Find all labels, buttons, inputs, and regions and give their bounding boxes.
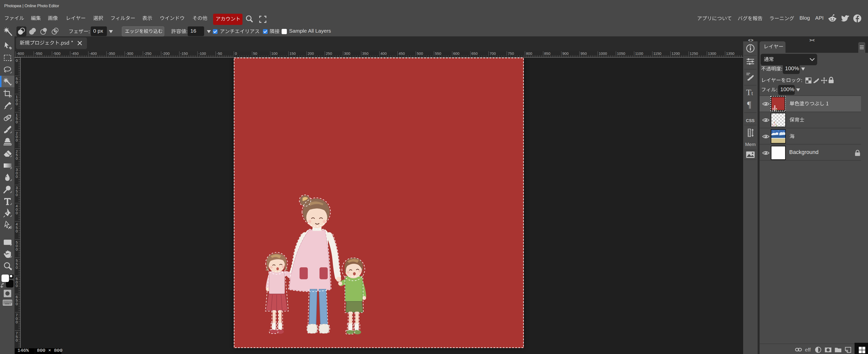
svg-text:0: 0 — [16, 102, 18, 106]
svg-text:t: t — [751, 90, 753, 96]
svg-text:0: 0 — [16, 174, 18, 179]
svg-text:850: 850 — [544, 51, 551, 56]
svg-text:0: 0 — [16, 302, 18, 306]
svg-text:0: 0 — [16, 229, 18, 233]
svg-text:-50: -50 — [217, 51, 222, 56]
svg-text:-400: -400 — [90, 51, 97, 56]
svg-text:-150: -150 — [180, 51, 188, 56]
svg-text:1250: 1250 — [690, 51, 698, 56]
svg-text:0: 0 — [16, 58, 18, 63]
svg-text:-450: -450 — [71, 51, 79, 56]
svg-text:1200: 1200 — [672, 51, 680, 56]
svg-text:800: 800 — [526, 51, 532, 56]
svg-text:0: 0 — [16, 138, 18, 142]
svg-text:600: 600 — [453, 51, 460, 56]
svg-text:¶: ¶ — [747, 100, 751, 109]
svg-text:1000: 1000 — [599, 51, 607, 56]
svg-text:100: 100 — [271, 51, 278, 56]
svg-text:1350: 1350 — [726, 51, 735, 56]
svg-text:750: 750 — [508, 51, 514, 56]
svg-text:700: 700 — [490, 51, 496, 56]
svg-text:0: 0 — [16, 338, 18, 342]
svg-text:-250: -250 — [144, 51, 152, 56]
svg-text:CSS: CSS — [746, 118, 754, 123]
svg-text:0: 0 — [16, 156, 18, 160]
svg-text:-200: -200 — [162, 51, 170, 56]
svg-text:0: 0 — [16, 193, 18, 197]
svg-text:900: 900 — [562, 51, 569, 56]
svg-text:-500: -500 — [53, 51, 61, 56]
svg-text:-300: -300 — [126, 51, 133, 56]
svg-text:T: T — [746, 88, 751, 97]
svg-text:50: 50 — [253, 51, 257, 56]
svg-text:1300: 1300 — [708, 51, 716, 56]
svg-text:500: 500 — [417, 51, 423, 56]
svg-text:250: 250 — [326, 51, 332, 56]
svg-text:650: 650 — [471, 51, 478, 56]
svg-text:0: 0 — [16, 284, 18, 288]
svg-text:1050: 1050 — [617, 51, 625, 56]
svg-text:0: 0 — [16, 320, 18, 324]
svg-text:-350: -350 — [108, 51, 115, 56]
svg-text:950: 950 — [581, 51, 587, 56]
svg-text:0: 0 — [235, 51, 237, 56]
svg-text:-600: -600 — [17, 51, 24, 56]
svg-text:350: 350 — [362, 51, 369, 56]
svg-text:-100: -100 — [198, 51, 206, 56]
svg-text:Mem: Mem — [745, 142, 755, 147]
svg-text:400: 400 — [380, 51, 387, 56]
svg-text:550: 550 — [435, 51, 441, 56]
svg-text:1100: 1100 — [635, 51, 643, 56]
svg-text:300: 300 — [344, 51, 350, 56]
svg-text:450: 450 — [399, 51, 405, 56]
svg-text:200: 200 — [308, 51, 314, 56]
svg-text:0: 0 — [16, 211, 18, 215]
svg-text:0: 0 — [16, 247, 18, 251]
svg-text:0: 0 — [16, 265, 18, 269]
svg-text:-550: -550 — [35, 51, 42, 56]
svg-text:150: 150 — [289, 51, 296, 56]
svg-text:0: 0 — [16, 120, 18, 124]
svg-text:1150: 1150 — [653, 51, 661, 56]
svg-text:eff: eff — [805, 347, 811, 353]
svg-text:0: 0 — [16, 80, 18, 84]
